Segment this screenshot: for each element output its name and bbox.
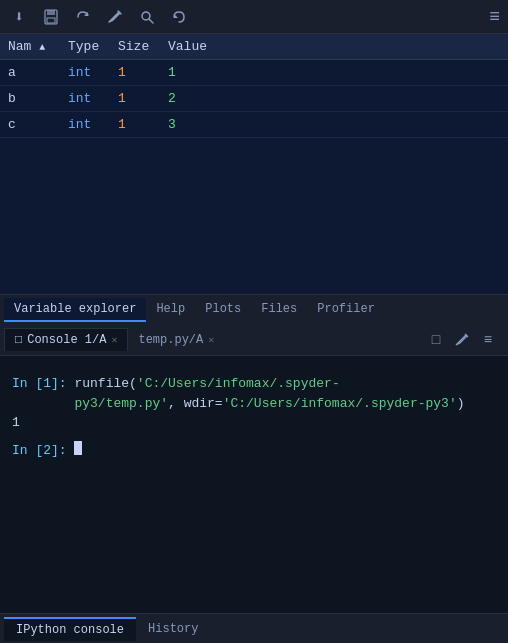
svg-rect-1: [47, 10, 55, 15]
cell-size: 1: [110, 112, 160, 138]
cell-type: int: [60, 86, 110, 112]
console-tab-1-close[interactable]: ✕: [111, 334, 117, 346]
command-line-2: In [2]:: [12, 441, 496, 461]
cursor: [74, 441, 82, 455]
console-tab-temp-close[interactable]: ✕: [208, 334, 214, 346]
cell-size: 1: [110, 86, 160, 112]
cell-value: 3: [160, 112, 508, 138]
console-icon: □: [15, 333, 22, 347]
cmd-runfile: runfile(: [74, 376, 136, 391]
cell-value: 2: [160, 86, 508, 112]
console-tab-temp-label: temp.py/A: [138, 333, 203, 347]
main-toolbar: ⬇ ≡: [0, 0, 508, 34]
cmd-wdir-path: 'C:/Users/infomax/.spyder-py3': [223, 396, 457, 411]
console-tab-temp[interactable]: temp.py/A ✕: [128, 329, 224, 351]
refresh-icon[interactable]: [72, 6, 94, 28]
cmd-close: ): [457, 396, 465, 411]
save-icon[interactable]: [40, 6, 62, 28]
command-text-1: runfile('C:/Users/infomax/.spyder-py3/te…: [74, 374, 496, 413]
table-row[interactable]: b int 1 2: [0, 86, 508, 112]
cell-name: b: [0, 86, 60, 112]
cell-name: c: [0, 112, 60, 138]
console-tab-1-label: Console 1/A: [27, 333, 106, 347]
console-tabbar: □ Console 1/A ✕ temp.py/A ✕ □ ≡: [0, 324, 508, 356]
bottom-tabbar: IPython console History: [0, 613, 508, 643]
cell-size: 1: [110, 60, 160, 86]
search-icon[interactable]: [136, 6, 158, 28]
console-menu-icon[interactable]: ≡: [478, 330, 498, 350]
cell-type: int: [60, 60, 110, 86]
bottom-tab-history[interactable]: History: [136, 618, 210, 640]
tab-files[interactable]: Files: [251, 298, 307, 322]
svg-line-5: [149, 19, 153, 23]
edit-icon[interactable]: [104, 6, 126, 28]
tab-profiler[interactable]: Profiler: [307, 298, 385, 322]
tab-help[interactable]: Help: [146, 298, 195, 322]
reload-icon[interactable]: [168, 6, 190, 28]
command-line-1: In [1]: runfile('C:/Users/infomax/.spyde…: [12, 374, 496, 413]
edit-console-icon[interactable]: [452, 330, 472, 350]
table-header-row: Nam ▲ Type Size Value: [0, 34, 508, 60]
bottom-tab-ipython[interactable]: IPython console: [4, 617, 136, 641]
tab-variable-explorer[interactable]: Variable explorer: [4, 298, 146, 322]
col-header-value[interactable]: Value: [160, 34, 508, 60]
import-icon[interactable]: ⬇: [8, 6, 30, 28]
variable-explorer-tabbar: Variable explorer Help Plots Files Profi…: [0, 294, 508, 324]
console-tab-1[interactable]: □ Console 1/A ✕: [4, 328, 128, 351]
tab-plots[interactable]: Plots: [195, 298, 251, 322]
console-toolbar-right: □ ≡: [426, 330, 504, 350]
cell-name: a: [0, 60, 60, 86]
menu-icon[interactable]: ≡: [489, 7, 500, 27]
cmd-wdir: , wdir=: [168, 396, 223, 411]
table-row[interactable]: c int 1 3: [0, 112, 508, 138]
output-1: 1: [12, 413, 496, 433]
table-row[interactable]: a int 1 1: [0, 60, 508, 86]
col-header-name[interactable]: Nam ▲: [0, 34, 60, 60]
col-header-type[interactable]: Type: [60, 34, 110, 60]
col-header-size[interactable]: Size: [110, 34, 160, 60]
variable-explorer-pane: Nam ▲ Type Size Value a int 1 1 b int 1 …: [0, 34, 508, 324]
maximize-icon[interactable]: □: [426, 330, 446, 350]
variable-table: Nam ▲ Type Size Value a int 1 1 b int 1 …: [0, 34, 508, 294]
cell-type: int: [60, 112, 110, 138]
svg-rect-2: [47, 18, 55, 23]
prompt-1: In [1]:: [12, 374, 74, 394]
console-output[interactable]: In [1]: runfile('C:/Users/infomax/.spyde…: [0, 356, 508, 613]
prompt-2: In [2]:: [12, 441, 74, 461]
console-pane: □ Console 1/A ✕ temp.py/A ✕ □ ≡ In [1]:: [0, 324, 508, 643]
cell-value: 1: [160, 60, 508, 86]
